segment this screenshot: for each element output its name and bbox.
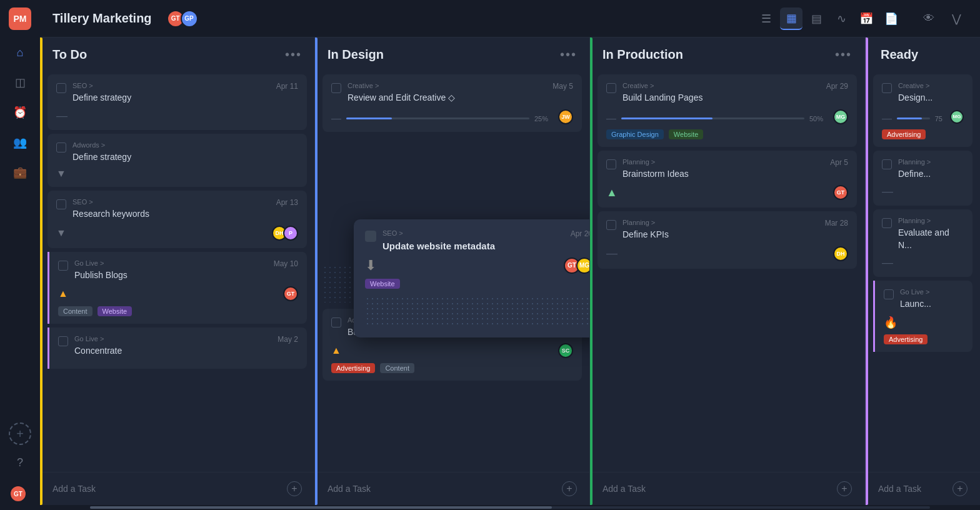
add-task-icon[interactable]: + (562, 481, 577, 496)
column-todo-menu[interactable]: ••• (285, 48, 302, 62)
card-date: May 5 (552, 82, 573, 91)
avatar-sc: SC (558, 343, 573, 358)
pulse-view-button[interactable]: ∿ (830, 8, 852, 30)
add-task-todo[interactable]: Add a Task + (40, 472, 314, 505)
card-title: Evaluate and N... (898, 227, 964, 251)
card-date: Apr 5 (830, 158, 848, 167)
add-task-in-production[interactable]: Add a Task + (590, 472, 864, 505)
card-design-ready[interactable]: Creative > Design... — 75 (873, 74, 972, 147)
card-define-kpis[interactable]: Planning > Define KPIs Mar 28 — DH (598, 211, 857, 269)
table-view-button[interactable]: ▤ (805, 8, 828, 30)
sidebar-item-users[interactable]: 👥 (8, 130, 32, 155)
card-avatars: DH (833, 246, 848, 261)
sidebar-item-projects[interactable]: 💼 (8, 160, 32, 185)
sidebar-add-button[interactable]: + (9, 422, 31, 445)
tag-website: Website (669, 129, 704, 139)
card-concentrate[interactable]: Go Live > Concentrate May 2 (48, 328, 307, 369)
column-todo-title: To Do (52, 48, 285, 62)
card-checkbox[interactable] (606, 83, 616, 93)
filter-button[interactable]: ⋁ (945, 8, 968, 30)
column-in-design-menu[interactable]: ••• (560, 48, 577, 62)
scrollbar-track[interactable] (90, 506, 930, 509)
watch-button[interactable]: 👁 (918, 8, 940, 30)
card-checkbox[interactable] (882, 159, 892, 169)
card-title: Define strategy (72, 151, 298, 164)
card-checkbox[interactable] (606, 159, 616, 169)
card-checkbox[interactable] (606, 220, 616, 230)
avatar-user2[interactable]: GP (181, 10, 198, 28)
sidebar-item-help[interactable]: ? (8, 450, 32, 475)
card-checkbox[interactable] (58, 336, 68, 346)
card-checkbox[interactable] (882, 218, 892, 228)
card-avatars: JW (558, 109, 573, 124)
sidebar-item-home[interactable]: ⌂ (8, 40, 32, 65)
card-evaluate-ready[interactable]: Planning > Evaluate and N... — (873, 209, 972, 277)
card-checkbox[interactable] (58, 261, 68, 271)
add-task-label: Add a Task (52, 484, 96, 494)
sidebar-item-time[interactable]: ⏰ (8, 100, 32, 125)
card-checkbox[interactable] (884, 289, 894, 299)
add-task-icon[interactable]: + (952, 481, 968, 496)
progress-bar (897, 118, 930, 119)
card-define-ready[interactable]: Planning > Define... — (873, 151, 972, 206)
add-task-in-design[interactable]: Add a Task + (315, 472, 589, 505)
tag-advertising: Advertising (884, 334, 928, 344)
card-checkbox[interactable] (56, 199, 66, 209)
list-view-button[interactable]: ☰ (755, 8, 778, 30)
file-view-button[interactable]: 📄 (880, 8, 902, 30)
column-ready-bar (866, 38, 868, 505)
column-todo: To Do ••• SEO > Define strategy Apr 11 (40, 38, 315, 505)
calendar-view-button[interactable]: 📅 (855, 8, 878, 30)
card-category: Creative > (348, 82, 546, 89)
avatar-mg: MG (950, 110, 964, 124)
card-build-landing-pages[interactable]: Creative > Build Landing Pages Apr 29 — … (598, 74, 857, 147)
card-launch-ready[interactable]: Go Live > Launc... 🔥 Advertising (873, 281, 972, 352)
add-task-icon[interactable]: + (287, 481, 302, 496)
card-checkbox[interactable] (331, 83, 341, 93)
avatar-gt: GT (833, 185, 848, 200)
card-date: May 10 (274, 259, 298, 268)
card-review-edit-creative[interactable]: Creative > Review and Edit Creative ◇ Ma… (322, 74, 582, 132)
avatar-mg: MG (833, 109, 848, 124)
card-title: Define... (898, 168, 964, 181)
card-title: Review and Edit Creative ◇ (348, 92, 546, 104)
column-in-production-menu[interactable]: ••• (835, 48, 852, 62)
board-scrollbar[interactable] (40, 505, 980, 510)
sidebar-item-notifications[interactable]: ◫ (8, 70, 32, 95)
card-define-strategy-seo[interactable]: SEO > Define strategy Apr 11 — (48, 74, 307, 130)
card-title: Define strategy (72, 92, 270, 104)
add-task-icon[interactable]: + (837, 481, 852, 496)
card-title: Design... (898, 92, 964, 104)
scrollbar-thumb[interactable] (90, 506, 552, 509)
user-avatar[interactable]: GT (9, 485, 27, 502)
card-define-strategy-adwords[interactable]: Adwords > Define strategy ▼ (48, 134, 307, 188)
add-task-label: Add a Task (328, 484, 371, 494)
priority-up-small-icon: ▲ (606, 186, 618, 199)
app-logo[interactable]: PM (9, 8, 31, 30)
card-category: Planning > (898, 217, 964, 224)
topbar-avatars: GT GP (167, 10, 198, 28)
card-category: Creative > (898, 82, 964, 89)
sidebar: PM ⌂ ◫ ⏰ 👥 💼 + ? GT (0, 0, 40, 510)
priority-indicator: — (331, 113, 341, 124)
card-title: Brainstorm Ideas (622, 168, 824, 181)
card-category: Planning > (898, 158, 964, 166)
progress-label: 25% (534, 115, 548, 122)
kanban-board: To Do ••• SEO > Define strategy Apr 11 (40, 38, 980, 505)
card-brainstorm-ideas[interactable]: Planning > Brainstorm Ideas Apr 5 ▲ GT (598, 151, 857, 208)
popup-card-update-metadata[interactable]: SEO > Update website metadata Apr 20 ⬇ G… (354, 219, 589, 338)
popup-card-checkbox[interactable] (365, 231, 376, 242)
column-todo-header: To Do ••• (40, 38, 314, 69)
card-avatars: DH P (272, 226, 298, 241)
column-in-production-header: In Production ••• (590, 38, 864, 69)
card-checkbox[interactable] (56, 142, 66, 152)
card-category: SEO > (382, 229, 564, 237)
card-research-keywords[interactable]: SEO > Research keywords Apr 13 ▼ DH P (48, 191, 307, 248)
card-checkbox[interactable] (882, 83, 892, 93)
board-view-button[interactable]: ▦ (780, 8, 802, 30)
card-checkbox[interactable] (331, 318, 341, 328)
priority-indicator: — (606, 247, 618, 260)
card-publish-blogs[interactable]: Go Live > Publish Blogs May 10 ▲ GT Cont… (48, 252, 307, 324)
add-task-ready[interactable]: Add a Task + (866, 472, 980, 505)
card-checkbox[interactable] (56, 83, 66, 93)
